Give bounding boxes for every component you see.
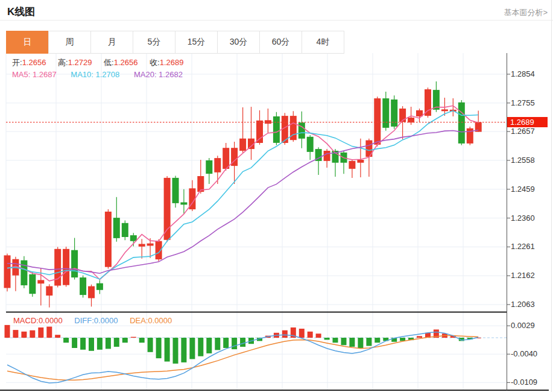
low-readout: 低:1.2656	[104, 58, 137, 67]
tab-7-60分[interactable]: 60分	[259, 31, 302, 54]
tab-6-30分[interactable]: 30分	[217, 31, 260, 54]
price-tick-1.2755: 1.2755	[511, 98, 535, 108]
current-price-badge: 1.2689	[507, 117, 548, 127]
price-tick-1.2360: 1.2360	[511, 213, 535, 223]
tab-4-5分[interactable]: 5分	[133, 31, 175, 54]
tab-3-月[interactable]: 月	[90, 31, 133, 54]
tab-2-周[interactable]: 周	[48, 31, 91, 54]
tab-1-日[interactable]: 日	[6, 31, 49, 54]
macd-value: MACD:0.0000	[13, 316, 63, 325]
fundamental-analysis-link[interactable]: 基本面分析>	[504, 7, 548, 18]
price-tick-1.2558: 1.2558	[511, 156, 535, 165]
macd-readout: MACD:0.0000 DIFF:0.0000 DEA:0.0000	[13, 316, 182, 325]
panel-right-border	[551, 0, 552, 392]
dea-value: DEA:0.0000	[130, 316, 172, 325]
macd-tick-0.0029: 0.0029	[511, 321, 535, 330]
kline-page: { "header": { "title": "K线图", "link": "基…	[0, 0, 553, 392]
ma5-readout: MA5: 1.2687	[12, 70, 57, 79]
price-tick-1.2854: 1.2854	[511, 69, 535, 79]
macd-tick--0.0109: -0.0109	[511, 378, 537, 387]
ohlc-readout: 开:1.2656 高:1.2729 低:1.2656 收:1.2689	[12, 57, 193, 68]
diff-value: DIFF:0.0000	[74, 316, 118, 325]
price-tick-1.2162: 1.2162	[511, 271, 535, 280]
price-tick-1.2657: 1.2657	[511, 127, 535, 136]
period-tabs: 日周月5分15分30分60分4时	[6, 31, 344, 54]
macd-tick--0.0040: -0.0040	[511, 349, 537, 359]
price-tick-1.2063: 1.2063	[511, 300, 535, 309]
tab-8-4时[interactable]: 4时	[302, 31, 344, 54]
title-divider	[0, 20, 553, 21]
price-tick-1.2261: 1.2261	[511, 242, 535, 251]
high-readout: 高:1.2729	[58, 58, 92, 67]
ma-readout: MA5: 1.2687 MA10: 1.2708 MA20: 1.2682	[12, 70, 195, 79]
ma10-readout: MA10: 1.2708	[71, 70, 119, 79]
ma20-readout: MA20: 1.2682	[134, 70, 183, 79]
price-tick-1.2459: 1.2459	[511, 185, 535, 194]
open-readout: 开:1.2656	[12, 58, 46, 67]
tab-5-15分[interactable]: 15分	[175, 31, 218, 54]
page-title: K线图	[7, 5, 35, 19]
close-readout: 收:1.2689	[150, 58, 183, 67]
